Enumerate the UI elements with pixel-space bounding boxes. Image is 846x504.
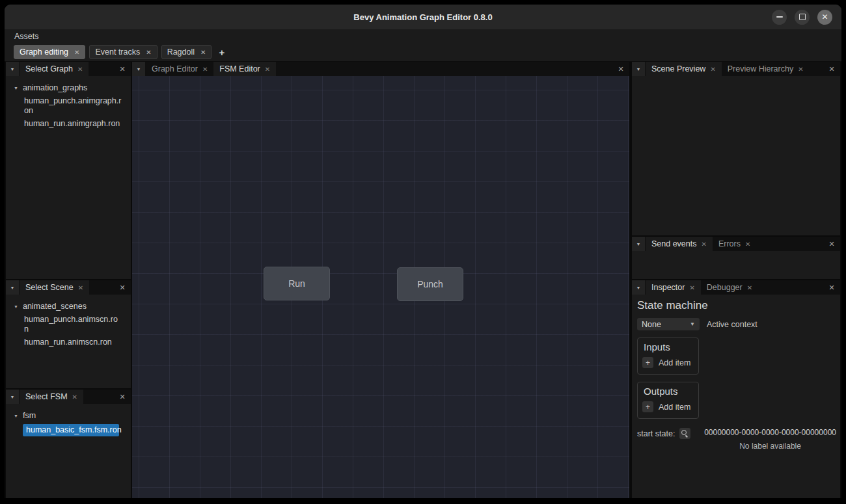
tab-errors[interactable]: Errors ✕	[713, 237, 756, 251]
tab-close-icon[interactable]: ✕	[74, 49, 79, 56]
header-spacer	[276, 62, 612, 76]
minimize-button[interactable]	[772, 10, 787, 25]
tree-expand-icon[interactable]: ▼	[14, 304, 18, 309]
inspector-content: State machine None ▼ Active context Inpu…	[632, 295, 840, 455]
add-input-button[interactable]: +	[642, 357, 653, 368]
tab-inspector[interactable]: Inspector ✕	[646, 280, 701, 295]
workspace-tab-graph-editing[interactable]: Graph editing ✕	[14, 45, 85, 59]
tab-close-icon[interactable]: ✕	[710, 66, 715, 73]
start-state-value-block: 00000000-0000-0000-0000-00000000 No labe…	[704, 428, 836, 451]
tab-send-events[interactable]: Send events ✕	[646, 237, 713, 251]
tab-close-icon[interactable]: ✕	[77, 66, 83, 73]
collapse-button[interactable]: ▼	[6, 390, 19, 404]
tab-select-fsm[interactable]: Select FSM ✕	[20, 390, 83, 404]
inspector-panel: ▼ Inspector ✕ Debugger ✕ ✕ State machine	[632, 280, 840, 498]
maximize-button[interactable]	[795, 10, 810, 25]
tab-close-icon[interactable]: ✕	[78, 284, 83, 291]
header-spacer	[758, 280, 823, 295]
list-item[interactable]: human_run.animgraph.ron	[14, 119, 128, 129]
tree-root-animation-graphs[interactable]: ▼ animation_graphs	[14, 83, 128, 92]
workspace-tab-label: Event tracks	[95, 47, 140, 57]
tab-close-icon[interactable]: ✕	[200, 49, 206, 56]
workspace-tab-ragdoll[interactable]: Ragdoll ✕	[161, 45, 212, 59]
tab-close-icon[interactable]: ✕	[798, 66, 803, 73]
panel-close-icon[interactable]: ✕	[612, 62, 629, 76]
titlebar: Bevy Animation Graph Editor 0.8.0 ✕	[5, 5, 841, 29]
collapse-button[interactable]: ▼	[632, 237, 645, 251]
start-state-label: start state:	[637, 429, 675, 438]
collapse-button[interactable]: ▼	[632, 280, 645, 295]
collapse-button[interactable]: ▼	[632, 62, 645, 76]
add-workspace-tab-button[interactable]: +	[215, 47, 228, 58]
dock-area: ▼ Select Graph ✕ ✕ ▼ animation_graphs hu…	[5, 62, 841, 498]
tab-close-icon[interactable]: ✕	[747, 284, 752, 291]
tab-debugger[interactable]: Debugger ✕	[701, 280, 758, 295]
tab-preview-hierarchy[interactable]: Preview Hierarchy ✕	[722, 62, 810, 76]
app-window: Bevy Animation Graph Editor 0.8.0 ✕ Asse…	[5, 5, 841, 498]
add-item-label: Add item	[659, 358, 690, 367]
node-label: Punch	[417, 279, 443, 289]
tree-root-label: animated_scenes	[23, 302, 87, 311]
tab-close-icon[interactable]: ✕	[146, 49, 151, 56]
tab-label: Debugger	[707, 283, 743, 292]
close-button[interactable]: ✕	[817, 10, 832, 25]
panel-body: ▼ animation_graphs human_punch.animgraph…	[6, 76, 131, 279]
tab-select-scene[interactable]: Select Scene ✕	[20, 280, 89, 295]
workspace-tab-event-tracks[interactable]: Event tracks ✕	[89, 45, 157, 59]
panel-header: ▼ Inspector ✕ Debugger ✕ ✕	[632, 280, 840, 295]
tab-close-icon[interactable]: ✕	[702, 241, 707, 248]
menubar: Assets	[5, 29, 841, 43]
collapse-button[interactable]: ▼	[6, 280, 19, 295]
editor-panel: ▼ Graph Editor ✕ FSM Editor ✕ ✕ Run	[132, 62, 629, 498]
panel-header: ▼ Scene Preview ✕ Preview Hierarchy ✕ ✕	[632, 62, 840, 76]
tab-close-icon[interactable]: ✕	[72, 393, 77, 401]
header-spacer	[89, 62, 114, 76]
panel-close-icon[interactable]: ✕	[114, 280, 131, 295]
tab-label: Select Graph	[25, 64, 73, 73]
screenshot-stage: Bevy Animation Graph Editor 0.8.0 ✕ Asse…	[0, 0, 846, 504]
panel-close-icon[interactable]: ✕	[823, 62, 840, 76]
fsm-state-node-punch[interactable]: Punch	[397, 267, 463, 301]
active-context-dropdown[interactable]: None ▼	[637, 318, 700, 330]
workspace-tab-label: Ragdoll	[167, 47, 195, 57]
tab-close-icon[interactable]: ✕	[745, 241, 750, 248]
tab-close-icon[interactable]: ✕	[689, 284, 694, 291]
panel-close-icon[interactable]: ✕	[823, 280, 840, 295]
panel-header: ▼ Select Scene ✕ ✕	[6, 280, 131, 295]
tree-expand-icon[interactable]: ▼	[14, 86, 18, 90]
tree-expand-icon[interactable]: ▼	[14, 414, 18, 418]
list-item-selected[interactable]: human_basic_fsm.fsm.ron	[23, 424, 119, 436]
minimize-icon	[776, 16, 783, 18]
panel-close-icon[interactable]: ✕	[823, 237, 840, 251]
tab-graph-editor[interactable]: Graph Editor ✕	[146, 62, 213, 76]
tab-close-icon[interactable]: ✕	[265, 66, 270, 73]
tab-label: FSM Editor	[219, 64, 260, 73]
list-item[interactable]: human_punch.animscn.ron	[14, 315, 128, 334]
panel-close-icon[interactable]: ✕	[114, 390, 131, 404]
tab-fsm-editor[interactable]: FSM Editor ✕	[213, 62, 276, 76]
panel-close-icon[interactable]: ✕	[114, 62, 131, 76]
fsm-state-node-run[interactable]: Run	[264, 267, 330, 300]
tab-select-graph[interactable]: Select Graph ✕	[20, 62, 89, 76]
panel-body: ▼ fsm human_basic_fsm.fsm.ron	[6, 404, 131, 498]
tab-label: Send events	[651, 239, 697, 248]
tree-root-animated-scenes[interactable]: ▼ animated_scenes	[14, 302, 128, 311]
tab-label: Graph Editor	[152, 64, 198, 73]
pick-start-state-button[interactable]	[679, 428, 690, 439]
panel-header: ▼ Graph Editor ✕ FSM Editor ✕ ✕	[132, 62, 629, 76]
search-icon	[681, 430, 689, 437]
start-state-note: No label available	[704, 442, 836, 451]
collapse-button[interactable]: ▼	[132, 62, 145, 76]
collapse-button[interactable]: ▼	[6, 62, 19, 76]
tab-close-icon[interactable]: ✕	[202, 66, 208, 73]
list-item[interactable]: human_run.animscn.ron	[14, 338, 128, 347]
list-item[interactable]: human_punch.animgraph.ron	[14, 96, 128, 116]
menu-assets[interactable]: Assets	[14, 32, 39, 41]
dropdown-value: None	[642, 320, 661, 329]
tab-scene-preview[interactable]: Scene Preview ✕	[646, 62, 722, 76]
tree-root-fsm[interactable]: ▼ fsm	[14, 411, 128, 420]
fsm-canvas[interactable]: Run Punch	[132, 76, 629, 498]
node-label: Run	[288, 278, 305, 289]
add-output-button[interactable]: +	[642, 401, 653, 412]
panel-header: ▼ Select FSM ✕ ✕	[6, 390, 131, 404]
